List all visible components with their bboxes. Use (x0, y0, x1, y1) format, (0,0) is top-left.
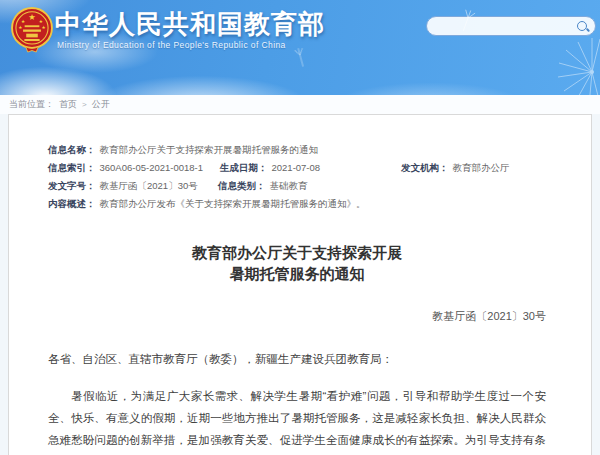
national-emblem-icon: ★ ★ ★ ★ ★ (11, 6, 53, 54)
search-box[interactable] (426, 16, 596, 36)
document-panel: 信息名称： 教育部办公厅关于支持探索开展暑期托管服务的通知 信息索引： 360A… (8, 114, 592, 455)
search-input[interactable] (427, 18, 576, 34)
breadcrumb-item-home[interactable]: 首页 (59, 95, 77, 114)
document-title-line2: 暑期托管服务的通知 (48, 263, 546, 284)
svg-text:★: ★ (18, 25, 22, 30)
meta-summary-label: 内容概述： (48, 195, 96, 213)
meta-row-summary: 内容概述： 教育部办公厅发布《关于支持探索开展暑期托管服务的通知》。 (48, 195, 546, 213)
site-title[interactable]: 中华人民共和国教育部 (55, 7, 325, 42)
breadcrumb-label: 当前位置： (9, 95, 54, 114)
meta-row-index-date-agency: 信息索引： 360A06-05-2021-0018-1 生成日期： 2021-0… (48, 159, 546, 177)
breadcrumb: 当前位置： 首页 > 公开 (0, 95, 600, 114)
document-title: 教育部办公厅关于支持探索开展 暑期托管服务的通知 (48, 242, 546, 284)
meta-name-label: 信息名称： (48, 141, 96, 159)
meta-index-label: 信息索引： (48, 159, 96, 177)
meta-name-value: 教育部办公厅关于支持探索开展暑期托管服务的通知 (100, 141, 319, 159)
meta-docno-value: 教基厅函〔2021〕30号 (100, 177, 198, 195)
meta-index-value: 360A06-05-2021-0018-1 (100, 159, 204, 177)
svg-text:★: ★ (39, 19, 43, 24)
document-paragraph: 暑假临近，为满足广大家长需求、解决学生暑期“看护难”问题，引导和帮助学生度过一个… (48, 385, 546, 455)
meta-summary-value: 教育部办公厅发布《关于支持探索开展暑期托管服务的通知》。 (100, 195, 366, 213)
site-header: ★ ★ ★ ★ ★ 中华人民共和国教育部 Ministry of Educati… (0, 0, 600, 95)
svg-text:★: ★ (21, 19, 25, 24)
breadcrumb-item-gongkai[interactable]: 公开 (92, 95, 110, 114)
meta-docno-label: 发文字号： (48, 177, 96, 195)
meta-date-label: 生成日期： (220, 159, 268, 177)
meta-row-docno-category: 发文字号： 教基厅函〔2021〕30号 信息类别： 基础教育 (48, 177, 546, 195)
document-salutation: 各省、自治区、直辖市教育厅（教委），新疆生产建设兵团教育局： (48, 348, 546, 370)
search-icon[interactable] (576, 20, 589, 33)
svg-text:★: ★ (28, 12, 36, 22)
document-title-line1: 教育部办公厅关于支持探索开展 (48, 242, 546, 263)
meta-category-label: 信息类别： (218, 177, 266, 195)
meta-agency-label: 发文机构： (401, 159, 449, 177)
meta-category-value: 基础教育 (270, 177, 308, 195)
document-number: 教基厅函〔2021〕30号 (48, 309, 546, 324)
meta-agency-value: 教育部办公厅 (453, 159, 510, 177)
document-meta: 信息名称： 教育部办公厅关于支持探索开展暑期托管服务的通知 信息索引： 360A… (48, 141, 546, 213)
meta-row-name: 信息名称： 教育部办公厅关于支持探索开展暑期托管服务的通知 (48, 141, 546, 159)
meta-date-value: 2021-07-08 (272, 159, 321, 177)
svg-text:★: ★ (41, 25, 45, 30)
breadcrumb-separator: > (82, 95, 87, 114)
site-subtitle: Ministry of Education of the People's Re… (57, 40, 286, 50)
